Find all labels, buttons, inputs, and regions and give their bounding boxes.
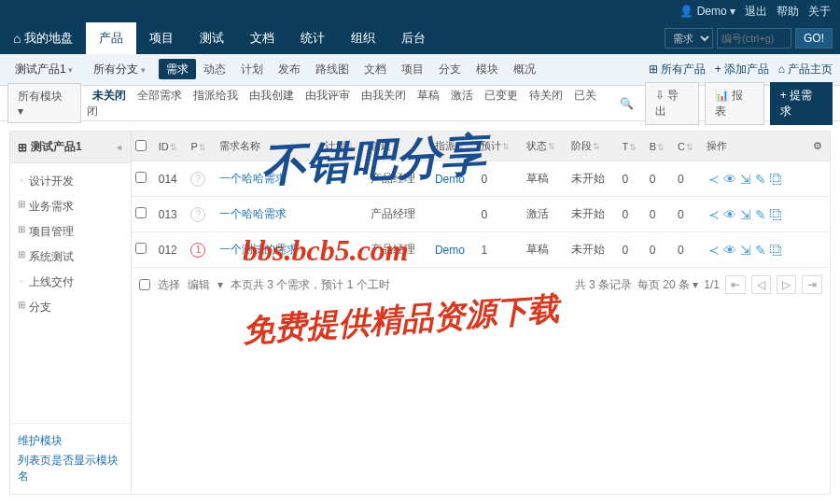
col-7[interactable]: 预计	[477, 132, 522, 161]
help-link[interactable]: 帮助	[777, 4, 799, 20]
subnav-right-1[interactable]: 添加产品	[715, 62, 769, 77]
product-dropdown[interactable]: 测试产品1	[7, 58, 80, 81]
next-page-button[interactable]: ▷	[777, 275, 796, 294]
sidebar-title[interactable]: 测试产品1	[10, 132, 131, 163]
nav-7[interactable]: 后台	[388, 22, 439, 54]
tree-node-5[interactable]: 分支	[10, 295, 131, 320]
review-icon[interactable]: 👁	[723, 207, 736, 222]
last-page-button[interactable]: ⇥	[802, 275, 822, 294]
nav-5[interactable]: 统计	[287, 22, 338, 54]
copy-icon[interactable]: ⿻	[770, 243, 783, 258]
row-assign[interactable]: Demo	[435, 244, 465, 257]
nav-2[interactable]: 项目	[136, 22, 187, 54]
row-checkbox[interactable]	[135, 172, 147, 183]
col-13[interactable]: 操作	[703, 132, 809, 161]
breakdown-icon[interactable]: ⇲	[740, 207, 751, 222]
toggle-module-name-link[interactable]: 列表页是否显示模块名	[18, 451, 123, 486]
first-page-button[interactable]: ⇤	[725, 275, 746, 294]
col-2[interactable]: P	[187, 132, 215, 161]
total-records: 共 3 条记录	[575, 277, 632, 293]
select-all-checkbox[interactable]	[139, 279, 150, 290]
nav-6[interactable]: 组织	[338, 22, 388, 54]
col-12[interactable]: C	[674, 132, 703, 161]
filter-9[interactable]: 待关闭	[524, 84, 568, 106]
filter-1[interactable]: 全部需求	[132, 84, 188, 106]
filter-7[interactable]: 激活	[445, 84, 479, 106]
nav-4[interactable]: 文档	[237, 22, 287, 54]
filter-3[interactable]: 由我创建	[244, 84, 300, 106]
subnav-item-2[interactable]: 计划	[233, 59, 271, 79]
tree-node-1[interactable]: 业务需求	[10, 194, 131, 219]
col-0[interactable]	[132, 132, 155, 161]
breakdown-icon[interactable]: ⇲	[740, 172, 751, 187]
review-icon[interactable]: 👁	[723, 172, 736, 187]
col-4[interactable]: 计划	[321, 132, 366, 161]
subnav-item-0[interactable]: 需求	[159, 59, 196, 79]
subnav-item-3[interactable]: 发布	[271, 59, 308, 79]
action-0[interactable]: 导出	[645, 82, 699, 125]
col-6[interactable]: 指派	[431, 132, 478, 161]
maintain-module-link[interactable]: 维护模块	[18, 431, 123, 451]
filter-6[interactable]: 草稿	[412, 84, 445, 106]
tree-node-4[interactable]: 上线交付	[10, 270, 131, 295]
filter-8[interactable]: 已变更	[479, 84, 524, 106]
search-go-button[interactable]: GO!	[795, 28, 833, 49]
col-8[interactable]: 状态	[523, 132, 567, 161]
tree-node-0[interactable]: 设计开发	[10, 169, 131, 194]
edit-icon[interactable]: ✎	[755, 207, 766, 222]
col-14[interactable]: ⚙	[809, 132, 830, 161]
about-link[interactable]: 关于	[808, 4, 831, 20]
filter-2[interactable]: 指派给我	[188, 84, 244, 106]
row-assign[interactable]: Demo	[435, 173, 465, 186]
col-1[interactable]: ID	[155, 132, 188, 161]
edit-icon[interactable]: ✎	[755, 172, 766, 187]
per-page-dropdown[interactable]: 每页 20 条 ▾	[637, 277, 698, 293]
story-title-link[interactable]: 一个哈哈需求	[219, 172, 287, 185]
tree-node-3[interactable]: 系统测试	[10, 245, 131, 270]
row-checkbox[interactable]	[135, 207, 147, 218]
col-10[interactable]: T	[618, 132, 645, 161]
nav-3[interactable]: 测试	[187, 22, 237, 54]
nav-0[interactable]: 我的地盘	[0, 22, 86, 54]
tree-node-2[interactable]: 项目管理	[10, 219, 131, 245]
nav-1[interactable]: 产品	[86, 22, 136, 54]
row-creator: 产品经理	[367, 232, 431, 268]
row-checkbox[interactable]	[135, 243, 147, 254]
subnav-item-6[interactable]: 项目	[394, 59, 431, 79]
breakdown-icon[interactable]: ⇲	[740, 243, 751, 258]
prev-page-button[interactable]: ◁	[751, 275, 771, 294]
subnav-item-1[interactable]: 动态	[196, 59, 233, 79]
col-5[interactable]: 创建	[367, 132, 431, 161]
subnav-item-4[interactable]: 路线图	[308, 59, 357, 79]
subnav-right-0[interactable]: 所有产品	[649, 62, 706, 77]
copy-icon[interactable]: ⿻	[770, 207, 783, 222]
subnav-right-2[interactable]: 产品主页	[778, 62, 833, 77]
search-type-select[interactable]: 需求	[665, 28, 713, 49]
change-icon[interactable]: ≺	[708, 172, 720, 187]
search-filter-icon[interactable]: 🔍	[614, 92, 639, 115]
review-icon[interactable]: 👁	[723, 243, 736, 258]
action-1[interactable]: 报表	[705, 82, 763, 125]
subnav-item-8[interactable]: 模块	[469, 59, 506, 79]
search-input[interactable]	[717, 28, 791, 49]
branch-dropdown[interactable]: 所有分支	[86, 58, 153, 81]
change-icon[interactable]: ≺	[708, 207, 720, 222]
subnav-item-9[interactable]: 概况	[506, 59, 543, 79]
filter-4[interactable]: 由我评审	[300, 84, 356, 106]
logout-link[interactable]: 退出	[745, 4, 767, 20]
col-3[interactable]: 需求名称	[216, 132, 322, 161]
story-title-link[interactable]: 一个测试的需求	[219, 243, 298, 256]
user-menu[interactable]: 👤 Demo ▾	[679, 5, 735, 18]
batch-edit-link[interactable]: 编辑	[188, 277, 210, 293]
col-11[interactable]: B	[646, 132, 674, 161]
action-2[interactable]: 提需求	[770, 82, 833, 125]
subnav-item-7[interactable]: 分支	[431, 59, 469, 79]
change-icon[interactable]: ≺	[708, 243, 720, 258]
edit-icon[interactable]: ✎	[755, 243, 766, 258]
story-title-link[interactable]: 一个哈哈需求	[219, 207, 287, 220]
filter-5[interactable]: 由我关闭	[356, 84, 412, 106]
module-filter-button[interactable]: 所有模块 ▾	[7, 83, 81, 123]
subnav-item-5[interactable]: 文档	[357, 59, 394, 79]
copy-icon[interactable]: ⿻	[770, 172, 783, 187]
col-9[interactable]: 阶段	[567, 132, 618, 161]
